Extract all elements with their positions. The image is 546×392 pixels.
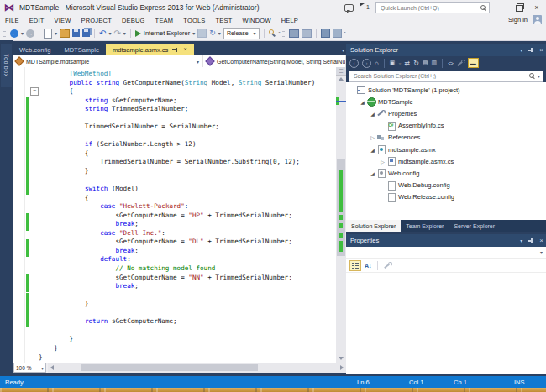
tab-close-icon[interactable]: × [183, 46, 187, 53]
class-dropdown[interactable]: MDTSample.mdtsample ▾ [13, 55, 203, 67]
document-tab-web-config[interactable]: Web.config [13, 44, 57, 55]
code-line[interactable]: case "Hewlett-Packard": [39, 202, 315, 212]
document-tab-mdtsample-asmx-cs[interactable]: mdtsample.asmx.cs× [106, 44, 194, 55]
nest-files-button[interactable] [302, 29, 312, 38]
undo-button[interactable]: ↶ [99, 29, 106, 38]
new-file-dropdown-icon[interactable]: ▾ [55, 30, 57, 36]
categorized-view-icon[interactable] [349, 260, 361, 271]
browser-dropdown-icon[interactable]: ▾ [192, 30, 195, 36]
toolbar-grip[interactable] [3, 29, 6, 38]
search-options-dropdown-icon[interactable]: ▾ [538, 73, 540, 79]
code-line[interactable] [39, 291, 315, 301]
code-line[interactable]: sGetComputerName = "NN" + TrimmedSerialN… [39, 274, 315, 283]
refresh-dropdown-icon[interactable]: ▾ [218, 30, 221, 36]
horizontal-scrollbar[interactable] [48, 363, 346, 373]
tree-item-web-config[interactable]: ◢Web.config [346, 167, 546, 179]
scroll-down-arrow[interactable] [336, 354, 346, 363]
tree-item-mdtsample-asmx-cs[interactable]: ▷mdtsample.asmx.cs [346, 155, 546, 167]
toolbar-overflow-icon[interactable]: ˇ [279, 31, 280, 36]
code-line[interactable]: TrimmedSerialNumber = SerialNumber.Subst… [39, 158, 315, 167]
menu-file[interactable]: FILE [0, 17, 24, 24]
tree-item-assemblyinfo-cs[interactable]: AssemblyInfo.cs [346, 120, 546, 132]
quick-launch-box[interactable] [375, 2, 490, 13]
zoom-level-combo[interactable]: 100 % ▾ [13, 363, 46, 373]
tree-item-mdtsample-asmx[interactable]: ◢mdtsample.asmx [346, 144, 546, 155]
restore-button[interactable] [513, 3, 525, 13]
code-line[interactable]: { [39, 149, 315, 159]
expander-closed-icon[interactable]: ▷ [369, 134, 376, 140]
code-line[interactable]: if (SerialNumber.Length > 12) [39, 140, 315, 149]
tree-item-properties[interactable]: ◢Properties [346, 107, 546, 119]
tree-item-mdtsample[interactable]: ◢MDTSample [346, 96, 546, 107]
scroll-up-arrow[interactable] [336, 75, 346, 83]
explorer-tab-solution-explorer[interactable]: Solution Explorer [346, 220, 401, 232]
preview-selected-items-icon[interactable]: ▬ [468, 58, 479, 68]
redo-button[interactable]: ↷ [113, 29, 120, 38]
open-file-button[interactable] [60, 29, 70, 38]
toolbar-overflow-icon-2[interactable]: ˇ [344, 31, 345, 36]
code-line[interactable] [39, 114, 315, 123]
solution-search-box[interactable]: ▾ [349, 71, 543, 82]
code-line[interactable]: sGetComputerName = "DL" + TrimmedSerialN… [39, 238, 315, 247]
menu-view[interactable]: VIEW [50, 17, 76, 24]
menu-help[interactable]: HELP [276, 17, 303, 24]
view-code-icon[interactable]: <> [448, 60, 453, 66]
explorer-tab-team-explorer[interactable]: Team Explorer [401, 220, 449, 232]
menu-tools[interactable]: TOOLS [178, 17, 210, 24]
user-avatar-icon[interactable] [533, 15, 542, 24]
save-button[interactable] [72, 29, 80, 37]
menu-edit[interactable]: EDIT [24, 17, 50, 24]
code-text[interactable]: [WebMethod] public string GetComputerNam… [39, 70, 315, 362]
solution-configuration-combo[interactable]: Release ▾ [223, 28, 260, 39]
sync-with-active-document-icon[interactable]: ⇄ [404, 60, 410, 67]
vertical-scrollbar[interactable]: ☰ [336, 67, 346, 363]
scroll-left-arrow[interactable] [48, 363, 56, 373]
redo-dropdown-icon[interactable]: ▾ [123, 30, 126, 36]
tree-item-web-release-config[interactable]: Web.Release.config [346, 191, 546, 203]
code-line[interactable]: sGetComputerName = "HP" + TrimmedSerialN… [39, 212, 315, 221]
collapse-all-icon[interactable]: ▣ [390, 60, 396, 66]
minimize-button[interactable] [496, 3, 507, 13]
properties-icon[interactable] [456, 59, 465, 67]
properties-titlebar[interactable]: Properties ▾ × [346, 234, 546, 247]
menu-debug[interactable]: DEBUG [117, 17, 150, 24]
quick-launch-input[interactable] [379, 4, 480, 12]
scope-dropdown-icon[interactable]: ▾ [398, 60, 401, 66]
menu-team[interactable]: TEAM [150, 17, 179, 24]
new-file-button[interactable] [44, 29, 52, 39]
code-line[interactable]: } [39, 335, 315, 344]
code-line[interactable]: break; [39, 220, 315, 229]
code-line[interactable]: } [39, 344, 315, 353]
find-in-files-button[interactable] [269, 29, 276, 37]
code-line[interactable]: } [39, 353, 315, 363]
code-line[interactable]: default: [39, 255, 315, 264]
menu-window[interactable]: WINDOW [238, 17, 276, 24]
code-line[interactable]: [WebMethod] [39, 70, 315, 79]
start-debug-icon[interactable] [135, 30, 141, 37]
tab-pin-icon[interactable] [172, 46, 179, 53]
save-all-button[interactable] [82, 29, 90, 37]
refresh-icon[interactable]: ↻ [413, 60, 419, 67]
code-line[interactable] [39, 327, 315, 336]
windows-taskbar[interactable] [0, 388, 546, 392]
property-pages-icon[interactable] [383, 261, 391, 269]
refresh-button[interactable]: ↻ [209, 29, 216, 37]
properties-pin-icon[interactable] [528, 238, 534, 244]
code-line[interactable]: // No matching model found [39, 264, 315, 274]
show-all-files-icon[interactable]: ▥ [432, 60, 438, 66]
sign-in-link[interactable]: Sign in [508, 16, 528, 24]
code-line[interactable]: { [39, 87, 315, 97]
horizontal-scroll-thumb[interactable] [81, 364, 258, 371]
code-line[interactable]: return sGetComputerName; [39, 317, 315, 327]
undo-dropdown-icon[interactable]: ▾ [108, 30, 111, 36]
explorer-tab-server-explorer[interactable]: Server Explorer [449, 220, 500, 232]
pending-changes-filter-icon[interactable]: ▤ [423, 60, 428, 66]
properties-close-icon[interactable]: × [539, 237, 543, 244]
properties-object-combo[interactable]: ▾ [346, 247, 546, 259]
tree-item-web-debug-config[interactable]: Web.Debug.config [346, 180, 546, 191]
tree-item-solution-mdtsample-1-project[interactable]: Solution 'MDTSample' (1 project) [346, 84, 546, 96]
code-line[interactable]: TrimmedSerialNumber = SerialNumber; [39, 123, 315, 132]
scroll-right-arrow[interactable] [338, 363, 346, 373]
expander-open-icon[interactable]: ◢ [369, 147, 376, 153]
code-line[interactable]: switch (Model) [39, 185, 315, 194]
